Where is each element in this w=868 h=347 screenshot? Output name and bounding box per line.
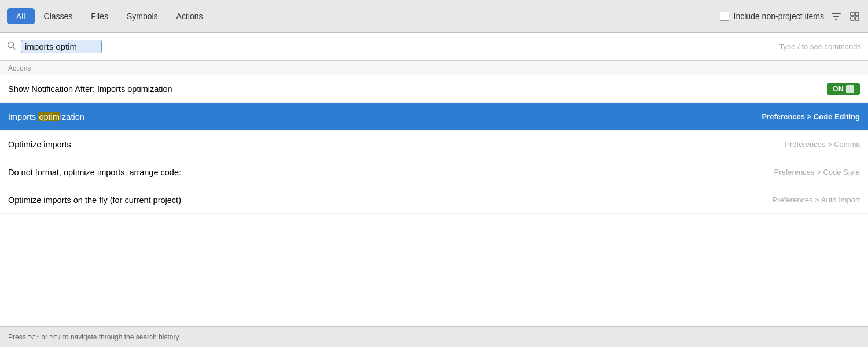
result-meta-do-not-format: Preferences > Code Style <box>774 168 860 176</box>
include-label: Include non-project items <box>734 12 824 21</box>
tab-bar: All Classes Files Symbols Actions Includ… <box>0 0 868 33</box>
result-label-do-not-format: Do not format, optimize imports, arrange… <box>8 168 774 177</box>
tab-bar-right: Include non-project items <box>720 10 861 23</box>
results-area: Actions Show Notification After: Imports… <box>0 61 868 326</box>
tab-classes[interactable]: Classes <box>35 8 82 24</box>
include-non-project-area[interactable]: Include non-project items <box>720 12 824 21</box>
svg-line-5 <box>13 47 16 49</box>
tab-files[interactable]: Files <box>82 8 117 24</box>
svg-rect-0 <box>851 12 854 16</box>
status-text: Press ⌥↑ or ⌥↓ to navigate through the s… <box>8 333 179 341</box>
search-icon <box>7 41 16 53</box>
result-row-show-notification[interactable]: Show Notification After: Imports optimiz… <box>0 75 868 103</box>
result-meta-optimize-imports-fly: Preferences > Auto Import <box>773 195 860 204</box>
result-label-imports-optimization: Imports optimization <box>8 112 762 121</box>
svg-rect-3 <box>855 17 859 20</box>
search-bar: imports optim Type / to see commands <box>0 33 868 61</box>
svg-rect-2 <box>851 17 854 20</box>
filter-icon[interactable] <box>830 10 843 23</box>
result-meta-show-notification: ON <box>827 83 860 95</box>
tab-actions[interactable]: Actions <box>167 8 212 24</box>
include-checkbox[interactable] <box>720 12 729 21</box>
result-meta-imports-optimization: Preferences > Code Editing <box>762 112 860 121</box>
tab-all[interactable]: All <box>7 8 35 24</box>
svg-rect-1 <box>855 12 859 16</box>
result-label-optimize-imports-fly: Optimize imports on the fly (for current… <box>8 195 773 205</box>
section-label-actions: Actions <box>0 61 868 75</box>
layout-icon[interactable] <box>848 10 861 23</box>
search-input[interactable]: imports optim <box>21 40 102 53</box>
toggle-on[interactable]: ON <box>827 83 860 95</box>
search-hint: Type / to see commands <box>779 42 861 51</box>
result-label-show-notification: Show Notification After: Imports optimiz… <box>8 84 827 94</box>
result-meta-optimize-imports: Preferences > Commit <box>785 140 860 149</box>
result-label-optimize-imports: Optimize imports <box>8 140 785 149</box>
result-row-optimize-imports[interactable]: Optimize imports Preferences > Commit <box>0 131 868 158</box>
result-row-optimize-imports-fly[interactable]: Optimize imports on the fly (for current… <box>0 186 868 214</box>
toggle-slider <box>846 85 854 93</box>
result-row-do-not-format[interactable]: Do not format, optimize imports, arrange… <box>0 158 868 186</box>
status-bar: Press ⌥↑ or ⌥↓ to navigate through the s… <box>0 326 868 347</box>
result-row-imports-optimization[interactable]: Imports optimization Preferences > Code … <box>0 103 868 131</box>
tab-symbols[interactable]: Symbols <box>117 8 167 24</box>
